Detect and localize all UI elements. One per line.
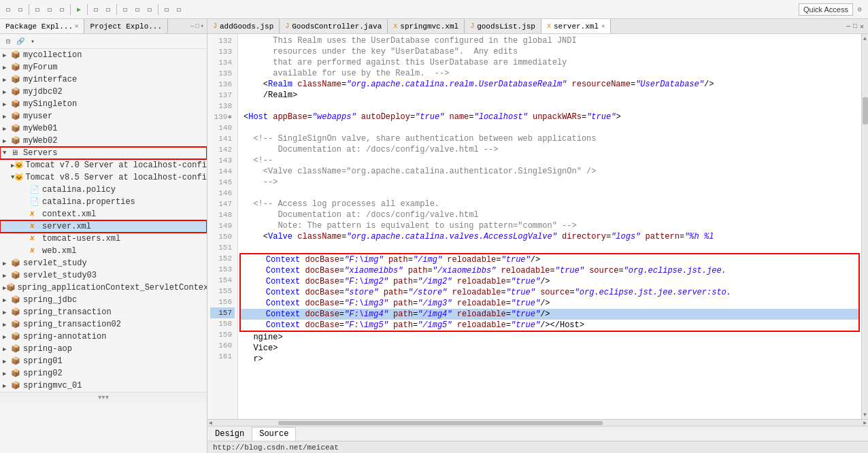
ln-159: 159 xyxy=(210,329,235,340)
horizontal-scrollbar-track[interactable] xyxy=(214,420,862,426)
tree-item-mycollection[interactable]: ▶ 📦 mycollection xyxy=(0,49,207,61)
tree-item-Servers[interactable]: ▼ 🖥 Servers xyxy=(0,147,207,159)
arrow-myinterface: ▶ xyxy=(3,76,11,84)
horizontal-scroll-thumb[interactable] xyxy=(278,421,603,425)
label-catalina-props: catalina.properties xyxy=(42,197,135,207)
ln-144: 144 xyxy=(210,166,235,177)
code-content[interactable]: This Realm uses the UserDatabase configu… xyxy=(238,34,861,419)
toolbar-icon-12[interactable]: ◻ xyxy=(173,4,184,15)
icon-myuser: 📦 xyxy=(11,112,22,121)
label-mycollection: mycollection xyxy=(23,50,82,60)
tab-label-GoodsController: GoodsController.java xyxy=(292,22,382,31)
tree-item-myuser[interactable]: ▶ 📦 myuser xyxy=(0,110,207,122)
label-servlet-study03: servlet_study03 xyxy=(23,271,97,280)
tab-addGoods[interactable]: J addGoods.jsp xyxy=(207,19,280,33)
code-line-133: resources under the key "UserDatabase". … xyxy=(238,46,861,57)
tree-item-myWeb01[interactable]: ▶ 📦 myWeb01 xyxy=(0,122,207,135)
tree-item-tomcat-users[interactable]: ▶ x tomcat-users.xml xyxy=(0,233,207,245)
editor-minimize-btn[interactable]: — xyxy=(845,22,852,30)
tree-item-myjdbc02[interactable]: ▶ 📦 myjdbc02 xyxy=(0,86,207,98)
tab-icon-server-xml: x xyxy=(547,22,551,30)
toolbar-icon-10[interactable]: ◻ xyxy=(144,4,155,15)
scroll-up-arrow[interactable]: ▲ xyxy=(862,34,868,43)
tab-source[interactable]: Source xyxy=(252,427,296,441)
tree-item-catalina-props[interactable]: ▶ 📄 catalina.properties xyxy=(0,196,207,208)
status-bar: http://blog.csdn.net/meiceat xyxy=(207,441,868,453)
icon-context-xml: x xyxy=(30,209,41,219)
icon-servlet-study: 📦 xyxy=(11,258,22,268)
tree-item-mySingleton[interactable]: ▶ 📦 mySingleton xyxy=(0,98,207,110)
toolbar-icon-7[interactable]: ◻ xyxy=(103,4,114,15)
tree-item-servlet-study[interactable]: ▶ 📦 servlet_study xyxy=(0,257,207,269)
ln-141: 141 xyxy=(210,133,235,144)
toolbar-icon-run[interactable]: ▶ xyxy=(73,4,84,15)
tab-server-xml[interactable]: x server.xml ✕ xyxy=(541,19,611,33)
tree-item-spring-aop[interactable]: ▶ 📦 spring-aop xyxy=(0,343,207,355)
editor-maximize-btn[interactable]: □ xyxy=(852,22,858,30)
sidebar-minimize-btn[interactable]: — xyxy=(190,23,194,30)
tree-item-springmvc01[interactable]: ▶ 📦 springmvc_01 xyxy=(0,380,207,392)
editor-tab-controls: — □ ✕ xyxy=(842,19,868,33)
toolbar-icon-2[interactable]: ◻ xyxy=(15,4,26,15)
icon-catalina-props: 📄 xyxy=(30,197,41,207)
arrow-servlet-study: ▶ xyxy=(3,260,11,267)
tree-item-server-xml[interactable]: ▶ x server.xml xyxy=(0,220,207,233)
label-spring-annotation: spring-annotation xyxy=(23,332,106,341)
tree-item-spring-appcontext[interactable]: ▶ 📦 spring_applicationContext_ServletCon… xyxy=(0,282,207,294)
toolbar-icon-settings[interactable]: ⚙ xyxy=(854,4,865,15)
tab-project-explorer[interactable]: Project Explo... xyxy=(84,19,168,33)
icon-tomcat-users: x xyxy=(30,234,41,244)
tab-design[interactable]: Design xyxy=(207,427,252,441)
scroll-right-arrow[interactable]: ▶ xyxy=(862,420,868,426)
toolbar-icon-4[interactable]: ◻ xyxy=(44,4,55,15)
toolbar-icon-6[interactable]: ◻ xyxy=(90,4,101,15)
tree-item-web-xml[interactable]: ▶ x web.xml xyxy=(0,245,207,257)
scroll-down-arrow[interactable]: ▼ xyxy=(862,410,868,419)
tree-item-spring02[interactable]: ▶ 📦 spring02 xyxy=(0,367,207,380)
toolbar-icon-8[interactable]: ◻ xyxy=(120,4,131,15)
ln-153: 153 xyxy=(210,264,235,275)
tree-item-spring-transaction[interactable]: ▶ 📦 spring_transaction xyxy=(0,306,207,318)
tree-item-myinterface[interactable]: ▶ 📦 myinterface xyxy=(0,73,207,86)
tab-springmvc[interactable]: x springmvc.xml xyxy=(388,19,465,33)
toolbar-icon-9[interactable]: ◻ xyxy=(132,4,143,15)
tab-GoodsController[interactable]: J GoodsController.java xyxy=(280,19,388,33)
scroll-thumb[interactable] xyxy=(863,97,868,124)
code-line-143: <!-- xyxy=(238,155,861,166)
toolbar-icon-11[interactable]: ◻ xyxy=(161,4,172,15)
tree-item-spring01[interactable]: ▶ 📦 spring01 xyxy=(0,355,207,367)
collapse-all-icon[interactable]: ⊟ xyxy=(3,36,14,47)
tree-item-spring-jdbc[interactable]: ▶ 📦 spring_jdbc xyxy=(0,294,207,306)
editor-close-btn[interactable]: ✕ xyxy=(858,22,865,31)
tab-close-server-xml[interactable]: ✕ xyxy=(601,22,605,30)
tree-item-catalina-policy[interactable]: ▶ 📄 catalina.policy xyxy=(0,184,207,196)
package-explorer-tab-close[interactable]: ✕ xyxy=(75,22,78,30)
toolbar-icon-5[interactable]: ◻ xyxy=(56,4,67,15)
tree-item-tomcat85[interactable]: ▼ 🐱 Tomcat v8.5 Server at localhost-conf… xyxy=(0,171,207,184)
tree-item-servlet-study03[interactable]: ▶ 📦 servlet_study03 xyxy=(0,269,207,282)
tree-item-myForum[interactable]: ▶ 📦 myForum xyxy=(0,61,207,73)
tree-item-tomcat7[interactable]: ▶ 🐱 Tomcat v7.0 Server at localhost-conf… xyxy=(0,159,207,171)
tree-item-spring-annotation[interactable]: ▶ 📦 spring-annotation xyxy=(0,331,207,343)
tree-item-spring-transaction02[interactable]: ▶ 📦 spring_transaction02 xyxy=(0,318,207,331)
editor-tab-bar: J addGoods.jsp J GoodsController.java x … xyxy=(207,19,868,34)
toolbar-icon-3[interactable]: ◻ xyxy=(32,4,43,15)
icon-spring-transaction02: 📦 xyxy=(11,320,22,329)
label-server-xml: server.xml xyxy=(42,222,91,231)
code-editor[interactable]: 132 133 134 135 136 137 138 139● 140 141… xyxy=(207,34,861,419)
project-explorer-tab-label: Project Explo... xyxy=(90,22,162,31)
link-editor-icon[interactable]: 🔗 xyxy=(15,36,26,47)
vertical-scrollbar[interactable]: ▲ ▼ xyxy=(861,34,868,419)
tab-goodsList[interactable]: J goodsList.jsp xyxy=(465,19,541,33)
sidebar-maximize-btn[interactable]: □ xyxy=(195,23,199,30)
sidebar-menu-icon[interactable]: ▾ xyxy=(27,36,38,47)
toolbar-icon-1[interactable]: ◻ xyxy=(3,4,14,15)
scroll-left-arrow[interactable]: ◀ xyxy=(207,420,214,426)
tree-item-myWeb02[interactable]: ▶ 📦 myWeb02 xyxy=(0,135,207,147)
ln-156: 156 xyxy=(210,297,235,307)
ln-134: 134 xyxy=(210,57,235,68)
sidebar-menu-btn[interactable]: ▾ xyxy=(201,22,204,30)
tab-package-explorer[interactable]: Package Expl... ✕ xyxy=(0,19,84,33)
quick-access-button[interactable]: Quick Access xyxy=(799,3,853,16)
tree-item-context-xml[interactable]: ▶ x context.xml xyxy=(0,208,207,220)
